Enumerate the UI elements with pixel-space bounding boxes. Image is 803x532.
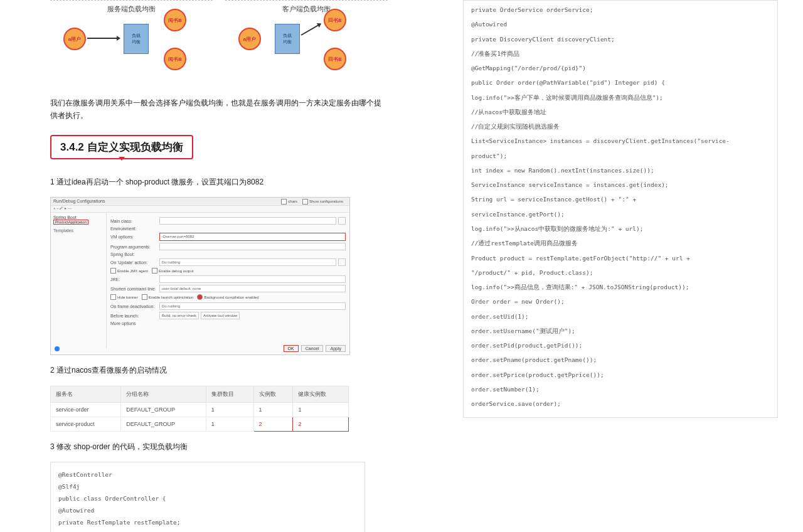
bl-build[interactable]: Build, no error check: [159, 312, 199, 319]
diagram-caption-right: 客户端负载均衡: [225, 4, 388, 14]
tree-root[interactable]: Spring Boot: [53, 215, 104, 220]
row-main-class-input[interactable]: [159, 217, 336, 225]
row-more-label[interactable]: More options: [110, 321, 159, 326]
cell-healthy: 1: [293, 402, 349, 417]
node-svc-1: 阅书B: [164, 9, 186, 31]
chk-debug[interactable]: Enable debug output: [152, 268, 193, 274]
cell-inst-highlighted: 2: [253, 417, 293, 431]
row-update-select[interactable]: Do nothing: [159, 258, 336, 266]
row-before-launch-label: Before launch:: [110, 314, 159, 318]
row-springboot-label: Spring Boot:: [110, 252, 159, 257]
column-left: a用户 负载 均衡 阅书B 阅书B 服务端负载均衡 a用户 负载 均衡 回书B: [0, 0, 400, 532]
node-svc-1: 回书B: [324, 9, 346, 31]
row-jre-select[interactable]: [159, 275, 346, 283]
tree-selected[interactable]: ProductApplication: [53, 220, 88, 225]
node-svc-2: 回书B: [324, 48, 346, 70]
row-shorten-label: Shorten command line:: [110, 287, 159, 291]
row-vmopt-label: VM options:: [110, 235, 159, 239]
chevron-down-icon[interactable]: [338, 258, 346, 266]
diagram-caption-left: 服务端负载均衡: [50, 4, 213, 14]
browse-icon[interactable]: [338, 217, 346, 225]
cell-group: DEFAULT_GROUP: [121, 402, 206, 417]
code-block-right: private OrderService orderService;@Autow…: [463, 0, 778, 418]
paragraph-intro: 我们在微服务调用关系中一般会选择客户端负载均衡，也就是在服务调用的一方来决定服务…: [50, 97, 388, 122]
ide-footer: OK Cancel Apply: [284, 345, 346, 352]
row-env-label: Environment:: [110, 226, 159, 231]
arrow-icon: [87, 38, 120, 39]
tree-templates[interactable]: Templates: [53, 228, 104, 233]
rad-bg-compile[interactable]: Background compilation enabled: [197, 294, 258, 300]
table-row: service-order DEFAULT_GROUP 1 1 1: [51, 402, 349, 417]
ide-toolbar[interactable]: + − 🖉 ▸ ⋯: [51, 206, 349, 213]
chk-jmx[interactable]: Enable JMX agent: [110, 268, 148, 274]
node-lb-rect: 负载 均衡: [275, 24, 300, 54]
cell-healthy-highlighted: 2: [293, 417, 349, 431]
diagram-client-lb: a用户 负载 均衡 回书B 回书B: [225, 0, 388, 1]
cell-group: DEFAULT_GROUP: [121, 417, 206, 431]
th-group: 分组名称: [121, 386, 206, 402]
step-1-label: 1 通过idea再启动一个 shop-product 微服务，设置其端口为808…: [50, 176, 388, 188]
bl-toolwin[interactable]: Activate tool window: [201, 312, 240, 319]
ide-chk-showconfigs[interactable]: Show configurations: [302, 198, 343, 205]
column-right: private OrderService orderService;@Autow…: [400, 0, 803, 532]
nacos-services-table: 服务名 分组名称 集群数目 实例数 健康实例数 service-order DE…: [50, 386, 349, 432]
ide-run-config-screenshot: Run/Debug Configurations chars Show conf…: [50, 197, 350, 355]
cancel-button[interactable]: Cancel: [301, 345, 324, 352]
cell-cluster: 1: [206, 417, 253, 431]
cell-inst: 1: [253, 402, 293, 417]
node-user: a用户: [63, 28, 86, 50]
node-lb-rect: 负载 均衡: [124, 24, 149, 54]
diagram-pair: a用户 负载 均衡 阅书B 阅书B 服务端负载均衡 a用户 负载 均衡 回书B: [50, 0, 388, 88]
step-2-label: 2 通过nacos查看微服务的启动情况: [50, 364, 388, 376]
cell-svc: service-product: [51, 417, 121, 431]
cell-svc: service-order: [51, 402, 121, 417]
row-pargs-label: Program arguments:: [110, 245, 159, 249]
row-main-class-label: Main class:: [110, 219, 159, 223]
th-service: 服务名: [51, 386, 121, 402]
row-frdeact-select[interactable]: Do nothing: [159, 302, 346, 310]
th-instances: 实例数: [253, 386, 293, 402]
node-user: a用户: [238, 28, 261, 50]
diagram-server-lb: a用户 负载 均衡 阅书B 阅书B: [50, 0, 213, 1]
arrow-icon: [301, 23, 321, 36]
row-update-label: On 'Update' action:: [110, 260, 159, 265]
th-cluster: 集群数目: [206, 386, 253, 402]
ide-tree[interactable]: Spring Boot ProductApplication Templates: [51, 213, 107, 348]
cell-cluster: 1: [206, 402, 253, 417]
row-shorten-select[interactable]: user-local default: none: [159, 285, 346, 292]
row-jre-label: JRE:: [110, 277, 159, 282]
ide-title: Run/Debug Configurations: [53, 198, 105, 205]
ok-button[interactable]: OK: [284, 345, 299, 352]
table-header-row: 服务名 分组名称 集群数目 实例数 健康实例数: [51, 386, 349, 402]
ide-chk-chars[interactable]: chars: [281, 198, 297, 205]
row-pargs-input[interactable]: [159, 243, 346, 250]
heading-3-4-2: 3.4.2 自定义实现负载均衡: [50, 135, 193, 159]
row-frdeact-label: On frame deactivation:: [110, 304, 159, 309]
table-row: service-product DEFAULT_GROUP 1 2 2: [51, 417, 349, 431]
apply-button[interactable]: Apply: [326, 345, 346, 352]
node-svc-2: 阅书B: [164, 48, 186, 70]
progress-dot-icon: [55, 346, 60, 351]
row-vmopt-input[interactable]: -Dserver.port=8082: [159, 233, 346, 241]
chk-hide-banner[interactable]: Hide banner: [110, 294, 138, 300]
ide-titlebar: Run/Debug Configurations chars Show conf…: [51, 198, 349, 206]
step-3-label: 3 修改 shop-order 的代码，实现负载均衡: [50, 440, 388, 453]
chk-launch-opt[interactable]: Enable launch optimization: [142, 294, 194, 300]
page: a用户 负载 均衡 阅书B 阅书B 服务端负载均衡 a用户 负载 均衡 回书B: [0, 0, 803, 532]
code-block-left: @RestController @Slf4j public class Orde…: [50, 462, 365, 532]
ide-form: Main class: Environment: VM options: -Ds…: [107, 213, 349, 348]
th-healthy: 健康实例数: [293, 386, 349, 402]
